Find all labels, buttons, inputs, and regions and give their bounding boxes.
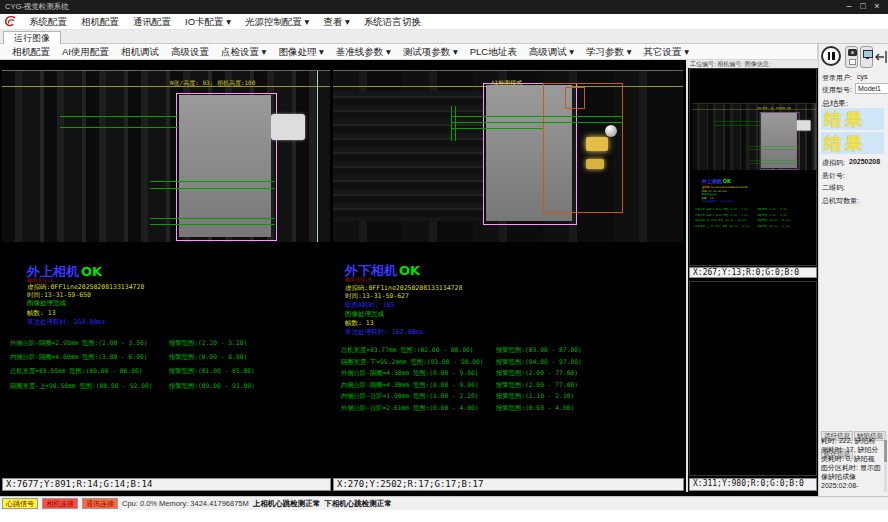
camera-view-left[interactable]: N张/高度: 93; 相机高度:100 外上相机OK 输出点位:1 虚拟码:0F… <box>692 103 817 262</box>
measurement-list-left: 外侧台阶-隔圈=2.95mm 范围:(2.00 - 3.50)报警范围:(2.2… <box>2 339 330 396</box>
needle-label: 悬针号: <box>822 171 845 181</box>
display-toggle-button[interactable] <box>860 46 873 68</box>
image-label-right: AI检测模式 <box>491 79 522 88</box>
camera-view-left[interactable]: N张/高度: 93; 相机高度:100 外上相机OK 输出点位:1 虚拟码:0F… <box>2 70 330 478</box>
toolbar-item-9[interactable]: 高级调试 ▾ <box>523 44 580 59</box>
menu-item-0[interactable]: 系统配置 <box>22 14 74 30</box>
camera-image-right: AI检测模式 <box>333 70 683 242</box>
camera-link-badge: 相机连接 <box>42 498 78 509</box>
measurement-row: 外侧台阶-隔圈=4.38mm 范围:(0.00 - 9.00)报警范围:(2.0… <box>333 369 683 381</box>
toolbar-item-4[interactable]: 点检设置 ▾ <box>215 44 272 59</box>
toolbar-item-5[interactable]: 图像处理 ▾ <box>272 44 329 59</box>
app-window: CYG-视觉检测系统 –□× 系统配置相机配置通讯配置IO卡配置 ▾光源控制配置… <box>0 0 888 522</box>
title-bar: CYG-视觉检测系统 –□× <box>0 0 888 14</box>
measure-line <box>60 116 178 117</box>
pause-icon <box>832 52 835 60</box>
model-label: 使用型号: <box>822 85 852 95</box>
connector-part <box>271 114 305 140</box>
result-badge-2: 结果 <box>821 132 884 154</box>
toolbar-item-8[interactable]: PLC地址表 <box>464 44 523 59</box>
measure-line <box>451 116 623 117</box>
algo-time-text: 算法处理耗时: 162.00ms <box>345 328 423 337</box>
toolbar: 相机配置AI使用配置相机调试高级设置点检设置 ▾图像处理 ▾基准线参数 ▾测试项… <box>0 44 818 60</box>
toolbar-item-6[interactable]: 基准线参数 ▾ <box>330 44 397 59</box>
measure-line <box>150 218 275 219</box>
measure-line <box>60 127 178 128</box>
camera-lens-icon <box>851 51 854 54</box>
status-ok: OK <box>399 263 420 278</box>
menu-item-6[interactable]: 系统语言切换 <box>357 14 428 30</box>
exit-arrow-icon <box>876 51 886 63</box>
measurement-row: 内侧台阶-台阶=1.90mm 范围:(1.00 - 2.20)报警范围:(1.1… <box>333 392 683 404</box>
app-logo-icon <box>3 15 18 28</box>
connector-part <box>797 120 810 130</box>
model-select[interactable]: Model1 <box>855 83 888 94</box>
toolbar-item-3[interactable]: 高级设置 <box>165 44 215 59</box>
measure-line <box>150 188 275 189</box>
result-badge-1: 结果 <box>821 108 884 130</box>
mini-view-top[interactable]: N张/高度: 93; 相机高度:100 外上相机OK 输出点位:1 虚拟码:0F… <box>689 68 817 266</box>
window-title: CYG-视觉检测系统 <box>5 2 69 11</box>
cam-up-heartbeat-text: 上相机心跳检测正常 <box>253 499 321 509</box>
camera-icon <box>848 49 857 56</box>
toolbar-item-2[interactable]: 相机调试 <box>115 44 165 59</box>
measurement-list-left: 外侧台阶-隔圈=2.95mm 范围:(2.00 - 3.50)报警范围:(2.2… <box>692 208 817 230</box>
minimize-button[interactable]: – <box>842 0 856 13</box>
mini-view-bottom[interactable]: AI检测模式 外下相机OK 输出点位:0 虚拟码:0FF1ine20250208… <box>689 281 817 476</box>
close-button[interactable]: × <box>870 0 884 13</box>
menu-items: 系统配置相机配置通讯配置IO卡配置 ▾光源控制配置 ▾查看 ▾系统语言切换 <box>22 14 428 30</box>
frames-text: 帧数: 13 <box>27 309 56 318</box>
process-done-text: 图像处理完成 <box>27 299 66 308</box>
mini-caption-top: X:267;Y:13;R:0;G:0;B:0 <box>689 267 817 278</box>
toolbar-item-7[interactable]: 测试项参数 ▾ <box>397 44 464 59</box>
grab-time-text: 取图A耗时: 165 <box>345 301 394 310</box>
toolbar-item-10[interactable]: 学习参数 ▾ <box>580 44 637 59</box>
maximize-button[interactable]: □ <box>856 0 870 13</box>
mini-caption-bottom: X:311;Y:980;R:0;G:0;B:0 <box>689 478 817 491</box>
comm-link-badge: 通讯连接 <box>82 498 118 509</box>
tab-run-image[interactable]: 运行图像 <box>3 31 61 45</box>
pause-icon <box>828 52 831 60</box>
exit-button[interactable] <box>874 50 888 64</box>
camera-toggle-button[interactable] <box>845 46 858 68</box>
menu-item-1[interactable]: 相机配置 <box>74 14 126 30</box>
toolbar-item-1[interactable]: AI使用配置 <box>56 44 115 59</box>
stats-scrollbar-thumb[interactable] <box>884 440 887 462</box>
status-ok: OK <box>81 264 102 279</box>
menu-item-3[interactable]: IO卡配置 ▾ <box>178 14 238 30</box>
stats-text: 耗时: 222, 缺陷检测耗时: 17, 缺陷分类耗时: 0, 缺陷视图分区耗时… <box>821 436 881 492</box>
vcode-value: 20250208 <box>849 158 880 165</box>
toolbar-item-0[interactable]: 相机配置 <box>6 44 56 59</box>
tab-strip: 运行图像 <box>0 30 888 44</box>
measure-vline <box>455 106 456 141</box>
measurement-row: 外侧台阶-隔圈=2.95mm 范围:(2.00 - 3.50)报警范围:(2.2… <box>2 339 330 353</box>
toolbar-item-11[interactable]: 其它设置 ▾ <box>638 44 695 59</box>
pause-button[interactable] <box>821 46 841 66</box>
frames-text: 帧数: 13 <box>345 319 374 328</box>
mini-view-top-content: N张/高度: 93; 相机高度:100 外上相机OK 输出点位:1 虚拟码:0F… <box>690 93 817 263</box>
image-label-left: N张/高度: 93; 相机高度:100 <box>758 107 791 111</box>
menu-item-4[interactable]: 光源控制配置 ▾ <box>238 14 316 30</box>
measurement-row: 内侧台阶-隔圈=4.60mm 范围:(3.00 - 6.00)报警范围:(0.0… <box>2 353 330 367</box>
main-view-area: N张/高度: 93; 相机高度:100 外上相机OK 输出点位:1 虚拟码:0F… <box>0 60 818 496</box>
cam-down-heartbeat-text: 下相机心跳检测正常 <box>324 499 392 509</box>
vcode-label: 虚拟码: <box>822 158 845 168</box>
count-label: 总机写数量: <box>822 196 859 206</box>
pixel-caption-right: X:270;Y:2502;R:17;G:17;B:17 <box>333 478 684 491</box>
toggle-state <box>849 59 856 65</box>
highlight-blob <box>586 159 604 169</box>
measurement-row: 总机宽度=83.77mm 范围:(82.00 - 88.00)报警范围:(83.… <box>333 346 683 358</box>
window-controls: –□× <box>842 0 884 14</box>
menu-item-2[interactable]: 通讯配置 <box>126 14 178 30</box>
menu-item-5[interactable]: 查看 ▾ <box>316 14 356 30</box>
output-point-text: 输出点位:0 <box>345 276 371 282</box>
qr-label: 二维码: <box>822 183 845 193</box>
sphere-part <box>605 125 617 137</box>
measurement-row: 隔圈宽度-下=95.24mm 范围:(93.00 - 98.00)报警范围:(9… <box>333 358 683 370</box>
measure-line <box>150 181 275 182</box>
mini-column-header: 工位编号: 相机编号: 图像信息: <box>688 60 818 68</box>
login-user-label: 登录用户: <box>822 73 852 83</box>
camera-view-right[interactable]: AI检测模式 外下相机OK 输出点位:0 虚拟码:0FF1ine20250208… <box>333 70 683 478</box>
measurement-row: 隔圈宽度-上=90.56mm 范围:(88.00 - 92.00)报警范围:(8… <box>692 225 817 231</box>
stats-scrollbar[interactable] <box>884 436 887 492</box>
